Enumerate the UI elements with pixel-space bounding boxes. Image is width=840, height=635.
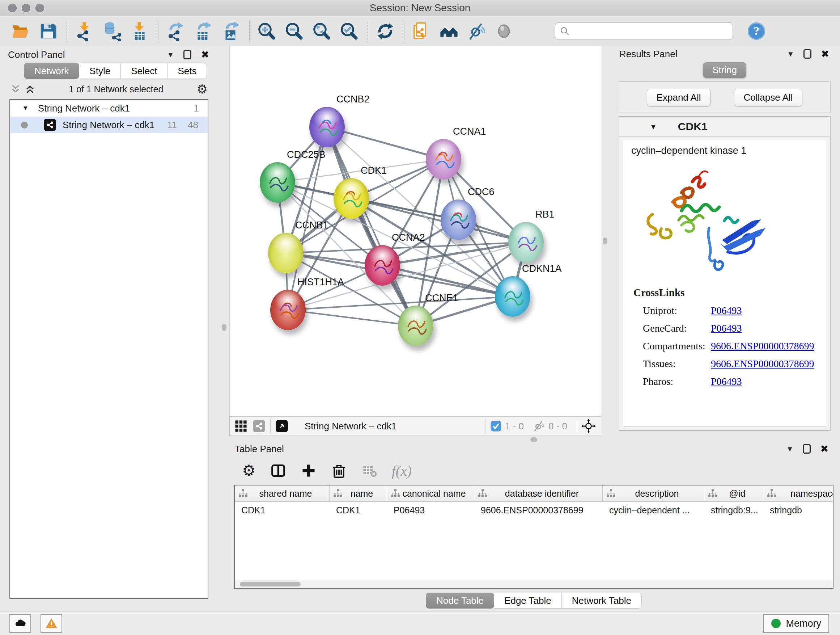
- node-position-crosshair-icon[interactable]: [581, 419, 596, 433]
- column-header-canonical-name[interactable]: canonical name: [387, 486, 474, 501]
- network-selection-bar: 1 of 1 Network selected ⚙: [4, 79, 214, 99]
- create-column-plus-icon[interactable]: [301, 463, 317, 478]
- search-input[interactable]: [570, 24, 733, 39]
- protein-section-header[interactable]: ▼ CDK1: [619, 117, 830, 137]
- export-image-button[interactable]: [219, 20, 242, 42]
- expand-all-button[interactable]: Expand All: [647, 89, 711, 106]
- column-header-description[interactable]: description: [603, 486, 704, 501]
- selected-checkbox-icon[interactable]: [491, 421, 501, 432]
- zoom-out-button[interactable]: [283, 20, 305, 42]
- tab-network[interactable]: Network: [24, 63, 79, 79]
- network-options-gear-icon[interactable]: ⚙: [197, 82, 208, 96]
- warnings-button[interactable]: [41, 614, 62, 633]
- network-node-CDC6[interactable]: [441, 200, 476, 240]
- network-edge-CCNB2-CCNE1[interactable]: [327, 127, 416, 326]
- panel-float-icon[interactable]: [804, 49, 812, 59]
- cloud-status-button[interactable]: [9, 614, 31, 633]
- table-cell[interactable]: 9606.ENSP00000378699: [474, 502, 603, 518]
- section-caret-icon[interactable]: ▼: [650, 123, 657, 131]
- zoom-fit-button[interactable]: [310, 20, 333, 42]
- string-home-button[interactable]: [438, 20, 460, 42]
- export-table-button[interactable]: [192, 20, 214, 42]
- network-canvas[interactable]: CCNB2CCNA1CDC25BCDK1CDC6RB1CCNB1CCNA2CDK…: [229, 46, 602, 416]
- table-cell[interactable]: stringdb: [763, 502, 834, 518]
- tab-node-table[interactable]: Node Table: [426, 593, 494, 608]
- network-node-CDK1[interactable]: [333, 178, 369, 219]
- network-node-CDKN1A[interactable]: [495, 276, 531, 317]
- network-row-selected[interactable]: String Network – cdk1 11 48: [10, 117, 208, 133]
- tab-sets[interactable]: Sets: [167, 63, 207, 79]
- string-import-button[interactable]: [410, 20, 433, 42]
- network-node-CDC25B[interactable]: [260, 162, 295, 203]
- column-header-database-identifier[interactable]: database identifier: [474, 486, 603, 501]
- network-node-CCNB2[interactable]: [309, 107, 345, 147]
- panel-menu-icon[interactable]: ▼: [786, 445, 794, 453]
- tab-string[interactable]: String: [703, 62, 746, 78]
- splitter-handle[interactable]: [603, 238, 607, 244]
- table-cell[interactable]: CDK1: [330, 502, 387, 518]
- tab-edge-table[interactable]: Edge Table: [494, 593, 562, 608]
- panel-float-icon[interactable]: [803, 444, 811, 454]
- network-share-icon[interactable]: [253, 420, 265, 432]
- column-header--id[interactable]: @id: [704, 486, 763, 501]
- column-header-namespace[interactable]: namespace: [763, 486, 834, 501]
- crosslink-uniprot-link[interactable]: P06493: [711, 305, 742, 317]
- string-hide-glasses-button[interactable]: [465, 20, 488, 42]
- panel-close-icon[interactable]: ✖: [201, 50, 209, 60]
- import-table-button[interactable]: [128, 20, 150, 42]
- network-edge-CCNE1-HIST1H1A[interactable]: [288, 310, 416, 326]
- memory-button[interactable]: Memory: [763, 614, 829, 633]
- import-network-button[interactable]: [73, 20, 95, 42]
- tab-select[interactable]: Select: [121, 63, 167, 79]
- network-node-RB1[interactable]: [508, 222, 544, 263]
- column-header-name[interactable]: name: [330, 486, 387, 501]
- help-button[interactable]: ?: [745, 20, 767, 42]
- table-cell[interactable]: stringdb:9...: [704, 502, 763, 518]
- splitter-handle[interactable]: [222, 324, 226, 331]
- horizontal-scrollbar[interactable]: [235, 580, 833, 588]
- table-cell[interactable]: P06493: [387, 502, 474, 518]
- column-header-shared-name[interactable]: shared name: [235, 486, 330, 501]
- tab-style[interactable]: Style: [79, 63, 121, 79]
- open-session-button[interactable]: [9, 20, 32, 42]
- table-row[interactable]: CDK1CDK1P064939606.ENSP00000378699cyclin…: [235, 502, 833, 518]
- network-collection-row[interactable]: ▼ String Network – cdk1 1: [10, 100, 208, 117]
- table-cell[interactable]: cyclin–dependent ...: [603, 502, 704, 518]
- import-network-from-database-button[interactable]: [101, 20, 123, 42]
- crosslink-genecard-link[interactable]: P06493: [711, 323, 742, 334]
- panel-menu-icon[interactable]: ▼: [167, 51, 174, 58]
- scrollbar-thumb[interactable]: [240, 582, 301, 586]
- table-cell[interactable]: CDK1: [235, 502, 330, 518]
- apply-layout-button[interactable]: [374, 20, 396, 42]
- crosslink-pharos-link[interactable]: P06493: [711, 376, 742, 387]
- network-node-HIST1H1A[interactable]: [270, 290, 306, 330]
- grid-view-icon[interactable]: [235, 420, 247, 432]
- crosslink-tissues-link[interactable]: 9606.ENSP00000378699: [711, 358, 814, 370]
- hidden-glasses-icon[interactable]: [532, 420, 545, 432]
- zoom-selected-button[interactable]: [338, 20, 360, 42]
- network-edge-CDK1-RB1[interactable]: [351, 198, 526, 242]
- table-settings-gear-icon[interactable]: ⚙: [242, 463, 256, 478]
- crosslink-compartments-link[interactable]: 9606.ENSP00000378699: [711, 340, 814, 352]
- collapse-all-icon[interactable]: [10, 84, 21, 95]
- network-node-CCNA1[interactable]: [426, 139, 461, 180]
- node-label-CCNB2: CCNB2: [336, 94, 370, 105]
- panel-close-icon[interactable]: ✖: [820, 444, 829, 454]
- delete-column-trash-icon[interactable]: [331, 463, 347, 478]
- export-network-button[interactable]: [164, 20, 187, 42]
- tab-network-table[interactable]: Network Table: [562, 593, 642, 608]
- expand-all-icon[interactable]: [25, 84, 35, 95]
- save-session-button[interactable]: [37, 20, 59, 42]
- string-eye-button[interactable]: [493, 20, 515, 42]
- network-node-CCNB1[interactable]: [268, 233, 303, 273]
- panel-float-icon[interactable]: [183, 50, 191, 59]
- network-node-CCNE1[interactable]: [398, 306, 433, 346]
- tree-caret-icon[interactable]: ▼: [22, 105, 28, 112]
- collapse-all-button[interactable]: Collapse All: [734, 89, 803, 106]
- zoom-in-button[interactable]: [256, 20, 278, 42]
- birds-eye-view-icon[interactable]: [276, 420, 288, 432]
- panel-menu-icon[interactable]: ▼: [787, 50, 794, 57]
- show-columns-icon[interactable]: [270, 463, 286, 478]
- network-node-CCNA2[interactable]: [365, 245, 400, 286]
- panel-close-icon[interactable]: ✖: [821, 49, 829, 59]
